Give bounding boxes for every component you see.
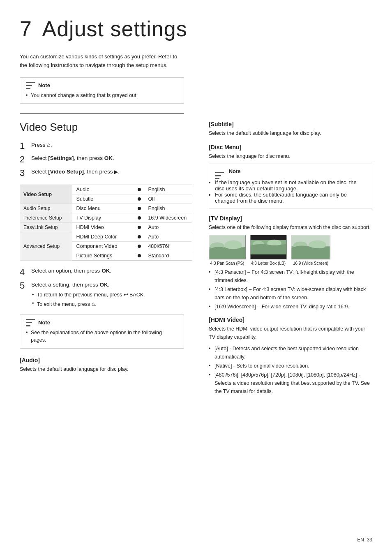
substep-home: To exit the menu, press ⌂. bbox=[31, 299, 145, 308]
value-widescreen: 16:9 Widescreen bbox=[145, 213, 192, 223]
note-list-1: You cannot change a setting that is gray… bbox=[26, 92, 178, 99]
value-auto: Auto bbox=[145, 223, 192, 232]
section-title: Video Setup bbox=[20, 121, 192, 134]
steps-4-5: 4 Select an option, then press OK. 5 Sel… bbox=[20, 266, 192, 308]
page-number: EN 33 bbox=[357, 537, 372, 543]
step-2: 2 Select [Settings], then press OK. bbox=[20, 154, 192, 166]
menu-preference-setup: Preference Setup bbox=[20, 213, 72, 223]
option-hdmi-deep-color: HDMI Deep Color bbox=[72, 232, 134, 242]
subtitle-desc: Selects the default subtitle language fo… bbox=[209, 129, 372, 137]
tv-widescreen: 16:9 (Wide Screen) bbox=[291, 235, 330, 266]
dot bbox=[138, 207, 141, 210]
note-box-2: Note See the explanations of the above o… bbox=[20, 314, 184, 349]
menu-video-setup: Video Setup bbox=[20, 185, 72, 204]
table-row: Audio Setup Disc Menu English bbox=[20, 204, 192, 213]
subtitle-heading: [Subtitle] bbox=[209, 121, 372, 127]
tv-screen-widescreen bbox=[291, 235, 330, 259]
step-4: 4 Select an option, then press OK. bbox=[20, 266, 192, 278]
bullet-panscan: [4:3 Panscan] – For 4:3 screen TV: full-… bbox=[209, 268, 372, 284]
note-icon-3 bbox=[215, 172, 224, 179]
table-row: Video Setup Audio English bbox=[20, 185, 192, 194]
bullet-auto: [Auto] - Detects and selects the best su… bbox=[209, 345, 372, 361]
tv-screen-letterbox bbox=[250, 235, 287, 259]
hdmi-video-desc: Selects the HDMI video output resolution… bbox=[209, 325, 372, 341]
tv-display-desc: Selects one of the following display for… bbox=[209, 223, 372, 231]
value-off: Off bbox=[145, 194, 192, 204]
widescreen-label: 16:9 (Wide Screen) bbox=[291, 261, 330, 266]
substep-back: To return to the previous menu, press ↩ … bbox=[31, 291, 145, 299]
hdmi-video-section: [HDMI Video] Selects the HDMI video outp… bbox=[209, 317, 372, 395]
hdmi-video-heading: [HDMI Video] bbox=[209, 317, 372, 323]
option-subtitle: Subtitle bbox=[72, 194, 134, 204]
dot bbox=[138, 226, 141, 229]
left-column: Video Setup 1 Press ⌂. 2 Select [Setting… bbox=[20, 121, 192, 399]
right-column: [Subtitle] Selects the default subtitle … bbox=[209, 121, 372, 399]
steps-1-3: 1 Press ⌂. 2 Select [Settings], then pre… bbox=[20, 140, 192, 179]
tv-display-bullets: [4:3 Panscan] – For 4:3 screen TV: full-… bbox=[209, 268, 372, 311]
value-480i: 480i/576i bbox=[145, 242, 192, 251]
dot bbox=[138, 197, 141, 201]
value-english: English bbox=[145, 185, 192, 194]
value-standard: Standard bbox=[145, 251, 192, 261]
tv-screen-panscan bbox=[209, 235, 246, 259]
disc-menu-desc: Selects the language for disc menu. bbox=[209, 152, 372, 160]
home-icon: ⌂ bbox=[47, 141, 50, 148]
menu-advanced-setup: Advanced Setup bbox=[20, 232, 72, 261]
note-label-3: Note bbox=[229, 168, 241, 174]
back-icon: ↩ bbox=[124, 291, 128, 298]
option-audio: Audio bbox=[72, 185, 134, 194]
chapter-title: 7 Adjust settings bbox=[20, 16, 372, 41]
dot bbox=[138, 245, 141, 248]
note-label-1: Note bbox=[38, 82, 50, 88]
section-divider bbox=[20, 113, 184, 114]
step-1: 1 Press ⌂. bbox=[20, 140, 192, 152]
setup-table: Video Setup Audio English Subtitle Off A… bbox=[20, 185, 192, 261]
audio-desc: Selects the default audio language for d… bbox=[20, 365, 192, 373]
step-3: 3 Select [Video Setup], then press ▶. bbox=[20, 167, 192, 179]
disc-menu-heading: [Disc Menu] bbox=[209, 144, 372, 150]
bullet-resolutions: [480i/576i], [480p/576p], [720p], [1080i… bbox=[209, 371, 372, 395]
bullet-native: [Native] - Sets to original video resolu… bbox=[209, 362, 372, 370]
note-list-3: If the language you have set is not avai… bbox=[215, 179, 366, 204]
home-icon-2: ⌂ bbox=[92, 301, 95, 307]
tv-display-section: [TV Display] Selects one of the followin… bbox=[209, 215, 372, 311]
table-row: Advanced Setup HDMI Deep Color Auto bbox=[20, 232, 192, 242]
option-hdmi-video: HDMI Video bbox=[72, 223, 134, 232]
note-label-2: Note bbox=[38, 319, 50, 326]
dot bbox=[138, 235, 141, 238]
note-icon-1 bbox=[26, 82, 35, 89]
option-disc-menu: Disc Menu bbox=[72, 204, 134, 213]
menu-audio-setup: Audio Setup bbox=[20, 204, 72, 213]
table-row: Preference Setup TV Display 16:9 Widescr… bbox=[20, 213, 192, 223]
bullet-letterbox: [4:3 Letterbox] – For 4:3 screen TV: wid… bbox=[209, 285, 372, 302]
dot bbox=[138, 254, 141, 257]
tv-display-images: 4:3 Pan Scan (PS) 4:3 Letter Box ( bbox=[209, 235, 372, 266]
dot bbox=[138, 216, 141, 220]
table-row: EasyLink Setup HDMI Video Auto bbox=[20, 223, 192, 232]
option-tv-display: TV Display bbox=[72, 213, 134, 223]
menu-easylink-setup: EasyLink Setup bbox=[20, 223, 72, 232]
panscan-label: 4:3 Pan Scan (PS) bbox=[209, 261, 246, 266]
tv-panscan: 4:3 Pan Scan (PS) bbox=[209, 235, 246, 266]
intro-text: You can customize various kinds of setti… bbox=[20, 53, 184, 70]
audio-heading: [Audio] bbox=[20, 357, 192, 363]
disc-menu-section: [Disc Menu] Selects the language for dis… bbox=[209, 144, 372, 160]
note-item-3a: If the language you have set is not avai… bbox=[215, 179, 366, 192]
note-box-3: Note If the language you have set is not… bbox=[209, 164, 372, 208]
tv-letterbox: 4:3 Letter Box (LB) bbox=[250, 235, 287, 266]
bullet-widescreen: [16:9 Widescreen] – For wide-screen TV: … bbox=[209, 303, 372, 311]
note-item-2: See the explanations of the above option… bbox=[26, 329, 178, 345]
hdmi-video-bullets: [Auto] - Detects and selects the best su… bbox=[209, 345, 372, 395]
option-picture-settings: Picture Settings bbox=[72, 251, 134, 261]
dot bbox=[138, 188, 141, 191]
note-box-1: Note You cannot change a setting that is… bbox=[20, 77, 184, 104]
value-auto-2: Auto bbox=[145, 232, 192, 242]
letterbox-label: 4:3 Letter Box (LB) bbox=[250, 261, 287, 266]
note-item: You cannot change a setting that is gray… bbox=[26, 92, 178, 99]
option-component-video: Component Video bbox=[72, 242, 134, 251]
step-5-substeps: To return to the previous menu, press ↩ … bbox=[31, 291, 145, 308]
value-english-2: English bbox=[145, 204, 192, 213]
note-item-3b: For some discs, the subtitle/audio langu… bbox=[215, 192, 366, 204]
note-icon-2 bbox=[26, 319, 35, 326]
tv-display-heading: [TV Display] bbox=[209, 215, 372, 222]
